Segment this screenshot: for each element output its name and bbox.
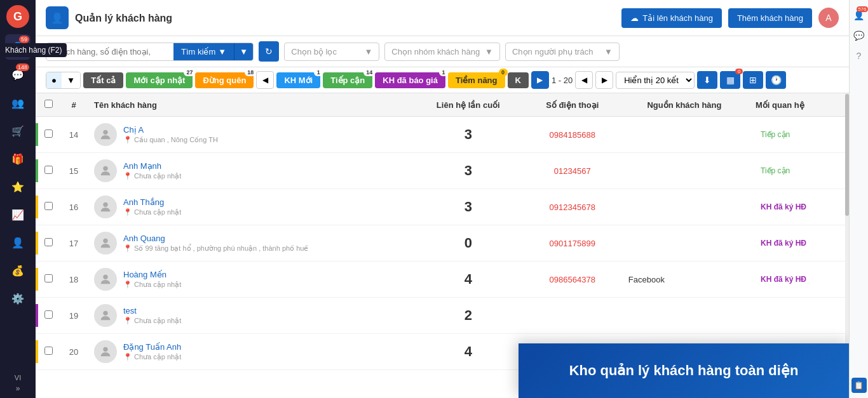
tab-tiep-can[interactable]: Tiếp cận 14 — [323, 72, 372, 88]
search-group: Tìm kiếm ▼ ▼ — [46, 43, 254, 61]
search-dropdown-button[interactable]: ▼ — [234, 43, 253, 60]
tab-radio-dropdown[interactable]: ▼ — [62, 72, 80, 88]
customer-name[interactable]: Anh Quang — [123, 234, 308, 243]
main-content: 👤 Quản lý khách hàng ☁ Tải lên khách hàn… — [36, 0, 849, 398]
row-checkbox[interactable] — [44, 238, 53, 246]
expand-icon[interactable]: » — [16, 384, 20, 393]
customer-name[interactable]: Chị A — [123, 125, 218, 135]
customers-badge: 59 — [19, 36, 29, 43]
clock-tool-button[interactable]: 🕐 — [766, 71, 786, 89]
upload-customers-button[interactable]: ☁ Tải lên khách hàng — [621, 8, 722, 28]
row-id: 19 — [61, 298, 86, 334]
svg-point-6 — [103, 347, 107, 352]
display-count-select[interactable]: Hiển thị 20 kết — [616, 72, 695, 89]
tab-dont-forget[interactable]: Đừng quên 18 — [195, 72, 254, 88]
col-source: Nguồn khách hàng — [621, 93, 748, 117]
table-row: 15 Anh Mạnh 📍 Chưa cập nhật 3 01234567 T… — [36, 153, 849, 189]
popup-banner: Kho quản lý khách hàng toàn diện — [519, 343, 849, 398]
customer-name[interactable]: Hoàng Mến — [123, 270, 181, 279]
filter-tool-badge: 0 — [735, 69, 743, 74]
sidebar-item-staff[interactable]: 👤 — [5, 230, 31, 255]
sidebar-item-reports[interactable]: 📈 — [5, 202, 31, 227]
social-icon: 👥 — [11, 97, 24, 109]
tab-kh-moi[interactable]: KH Mới 1 — [276, 72, 320, 88]
row-checkbox[interactable] — [44, 310, 53, 319]
bao-gia-badge: 1 — [439, 69, 448, 76]
reviews-icon: ⭐ — [11, 181, 24, 193]
columns-tool-button[interactable]: ⊞ — [743, 71, 763, 89]
tab-all[interactable]: Tất cả — [83, 72, 123, 88]
user-avatar[interactable]: A — [818, 8, 839, 28]
right-sidebar-help[interactable]: ? — [851, 48, 867, 63]
download-icon: ⬇ — [703, 75, 711, 85]
orders-icon: 🛒 — [11, 125, 24, 137]
add-customer-button[interactable]: Thêm khách hàng — [728, 8, 812, 28]
download-tool-button[interactable]: ⬇ — [697, 71, 717, 89]
sidebar-item-social[interactable]: 👥 — [5, 90, 31, 116]
tab-bao-gia[interactable]: KH đã báo giá 1 — [375, 72, 445, 88]
row-checkbox[interactable] — [44, 129, 53, 138]
row-checkbox[interactable] — [44, 347, 53, 355]
row-relationship: Tiếp cận — [748, 117, 849, 153]
person-select[interactable]: Chọn người phụ trách ▼ — [505, 43, 620, 61]
clock-icon: 🕐 — [771, 75, 782, 85]
dropdown-arrow-icon: ▼ — [218, 47, 226, 56]
row-id: 20 — [61, 334, 86, 370]
sidebar-item-orders[interactable]: 🛒 — [5, 118, 31, 143]
svg-point-5 — [103, 311, 107, 315]
customer-avatar — [94, 304, 117, 327]
tab-k[interactable]: K — [508, 72, 529, 88]
group-select[interactable]: Chọn nhóm khách hàng ▼ — [384, 43, 500, 61]
customer-location: 📍 Số 99 tăng bạt hổ , phường phú nhuận ,… — [123, 244, 308, 253]
row-checkbox-cell — [36, 334, 61, 370]
page-title: Quản lý khách hàng — [75, 12, 615, 24]
row-checkbox[interactable] — [44, 274, 53, 282]
svg-point-2 — [103, 202, 107, 207]
tab-new-update[interactable]: Mới cập nhật 27 — [126, 72, 193, 88]
row-phone: 0986564378 — [524, 262, 621, 298]
chat-badge: 148 — [16, 63, 29, 71]
select-all-checkbox[interactable] — [44, 100, 53, 108]
right-sidebar-chat[interactable]: 💬 — [851, 28, 867, 43]
customer-name[interactable]: Anh Thắng — [123, 197, 181, 207]
relationship-badge: Tiếp cận — [756, 164, 795, 177]
row-customer: Hoàng Mến 📍 Chưa cập nhật — [86, 262, 412, 298]
relationship-badge: KH đã ký HĐ — [756, 237, 811, 249]
tiep-can-badge: 14 — [363, 69, 375, 76]
customer-name[interactable]: test — [123, 306, 181, 315]
tabs-prev-button[interactable]: ◀ — [256, 71, 274, 89]
sidebar-item-settings[interactable]: ⚙️ — [5, 286, 31, 311]
sidebar-item-chat[interactable]: 💬 148 — [5, 62, 31, 88]
row-checkbox[interactable] — [44, 202, 53, 210]
page-next-button[interactable]: ▶ — [595, 71, 613, 89]
tabs-next-button[interactable]: ▶ — [531, 71, 549, 89]
table-row: 17 Anh Quang 📍 Số 99 tăng bạt hổ , phườn… — [36, 225, 849, 262]
language-label[interactable]: VI — [15, 374, 21, 381]
sidebar-item-finance[interactable]: 💰 — [5, 258, 31, 283]
customer-location: 📍 Cầu quan , Nông Cống TH — [123, 136, 218, 144]
tab-radio-dot[interactable]: ● — [46, 72, 62, 88]
refresh-button[interactable]: ↻ — [259, 41, 279, 62]
app-logo[interactable]: G — [6, 5, 29, 28]
filter-select[interactable]: Chọn bộ lọc ▼ — [284, 43, 379, 61]
sidebar-item-products[interactable]: 🎁 — [5, 146, 31, 171]
row-contact-count: 4 — [412, 262, 524, 298]
help-icon: ? — [857, 51, 862, 61]
tab-tiem-nang[interactable]: Tiềm năng 0 — [448, 72, 505, 88]
filter-tool-button[interactable]: ▦ 0 — [720, 71, 740, 89]
page-prev-button[interactable]: ◀ — [575, 71, 593, 89]
customer-avatar — [94, 232, 117, 255]
row-checkbox[interactable] — [44, 166, 53, 174]
sidebar-tooltip: Khách hàng (F2) — [0, 43, 67, 57]
right-sidebar-notifications[interactable]: 👤 576 — [851, 8, 867, 23]
relationship-badge: KH đã ký HĐ — [756, 201, 811, 213]
customer-name[interactable]: Đặng Tuấn Anh — [123, 342, 181, 352]
sidebar-item-reviews[interactable]: ⭐ — [5, 174, 31, 199]
svg-point-0 — [103, 130, 107, 135]
customer-name[interactable]: Anh Mạnh — [123, 161, 181, 171]
reports-icon: 📈 — [11, 209, 24, 221]
row-id: 18 — [61, 262, 86, 298]
guide-button[interactable]: 📋 — [851, 378, 867, 398]
search-button[interactable]: Tìm kiếm ▼ — [173, 43, 234, 60]
filter-bar: Tìm kiếm ▼ ▼ ↻ Chọn bộ lọc ▼ Chọn nhóm k… — [36, 36, 849, 67]
